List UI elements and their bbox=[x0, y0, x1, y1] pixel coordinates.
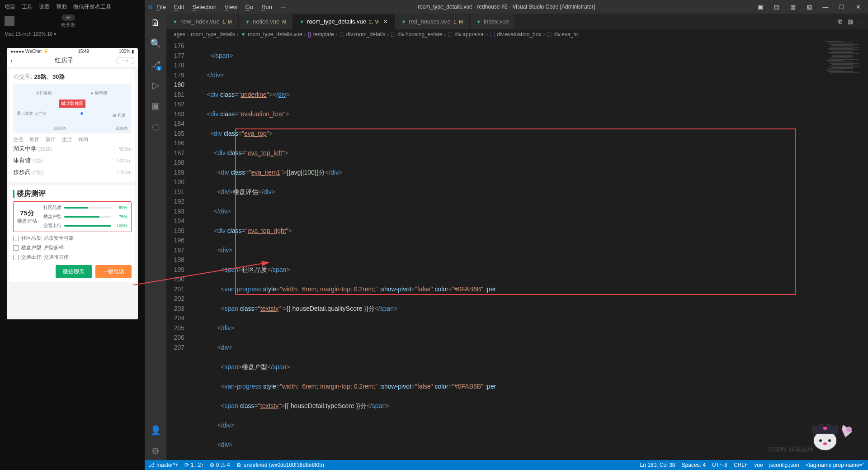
sb-undefined[interactable]: 🗎 undefined (wx0dc100f36d8e8f0b) bbox=[236, 462, 324, 468]
devtool-menu-help[interactable]: 帮助 bbox=[56, 3, 67, 11]
vscode-window: ⧈ File Edit Selection View Go Run ··· ro… bbox=[145, 39, 868, 470]
menu-run[interactable]: Run bbox=[258, 3, 276, 11]
devtool-menu-wx[interactable]: 微信开发者工具 bbox=[73, 3, 111, 11]
tab-red-houses[interactable]: ▼red_houses.vue 1, M bbox=[395, 14, 470, 29]
explorer-icon[interactable]: 🗎 bbox=[150, 17, 161, 28]
svg-point-5 bbox=[823, 427, 827, 430]
sb-position[interactable]: Ln 180, Col 38 bbox=[640, 462, 675, 468]
account-icon[interactable]: 👤 bbox=[150, 425, 161, 436]
tab-bar: ▼new_index.vue 1, M ▼notice.vue M ▼room_… bbox=[166, 14, 868, 29]
cat-edu[interactable]: 教育 bbox=[29, 136, 39, 143]
category-tabs: 交通 教育 医疗 生活 休闲 bbox=[13, 136, 132, 143]
maximize-icon[interactable]: ☐ bbox=[835, 4, 848, 10]
wechat-chat-button[interactable]: 微信聊天 bbox=[56, 265, 92, 278]
scm-icon[interactable]: ⎇5 bbox=[150, 59, 161, 70]
menu-selection[interactable]: Selection bbox=[189, 3, 220, 11]
sb-encoding[interactable]: UTF-8 bbox=[712, 462, 727, 468]
minimap[interactable] bbox=[823, 39, 868, 460]
map-location-dot bbox=[80, 111, 84, 116]
evaluation-box: 75分 楼盘评估 社区品质50分 楼盘户型75分 交通出行100分 bbox=[13, 201, 132, 232]
sb-sync[interactable]: ⟳ 1↓ 2↑ bbox=[184, 462, 203, 468]
avg-score: 75分 bbox=[17, 209, 37, 218]
tab-new-index[interactable]: ▼new_index.vue 1, M bbox=[166, 14, 239, 29]
svg-point-3 bbox=[828, 439, 831, 442]
line-gutter: 176177178179180 181182183184185 18618718… bbox=[166, 39, 191, 460]
editor-area: ▼new_index.vue 1, M ▼notice.vue M ▼room_… bbox=[166, 14, 868, 460]
split-icon[interactable]: ▥ bbox=[848, 18, 853, 25]
sb-spaces[interactable]: Spaces: 4 bbox=[682, 462, 706, 468]
section-title: 楼房测评 bbox=[13, 189, 132, 199]
activity-bar: 🗎 🔍 ⎇5 ▷ ▣ ◌ 👤 ⚙ bbox=[145, 14, 166, 460]
code-content[interactable]: </span> </div> <div class="underline"></… bbox=[191, 39, 823, 460]
poi-item: 步步高(2路)1480m bbox=[13, 166, 132, 178]
devtool-menu-settings[interactable]: 设置 bbox=[39, 3, 50, 11]
menu-edit[interactable]: Edit bbox=[170, 3, 188, 11]
settings-icon[interactable]: ⚙ bbox=[150, 446, 161, 456]
avatar[interactable] bbox=[5, 16, 14, 26]
back-icon[interactable]: ‹ bbox=[10, 57, 13, 64]
extensions-icon[interactable]: ▣ bbox=[150, 100, 161, 111]
copilot-icon[interactable]: ◌ bbox=[150, 121, 161, 132]
call-button[interactable]: 一键电话 bbox=[95, 265, 132, 278]
map-widget[interactable]: 城北碧桂园 水口蓝庭 ▲ 榆林园 通川北道 西广区 ⊞ 和道 观泉路 观泉路 bbox=[13, 84, 132, 133]
cloud-dev-button[interactable]: ⊖ 云开发 bbox=[61, 14, 75, 28]
page-title: 红房子 bbox=[55, 57, 74, 65]
cat-life[interactable]: 生活 bbox=[62, 136, 72, 143]
cat-traffic[interactable]: 交通 bbox=[13, 136, 23, 143]
cat-leisure[interactable]: 休闲 bbox=[78, 136, 88, 143]
minimize-icon[interactable]: — bbox=[819, 4, 832, 10]
layout-icon[interactable]: ▧ bbox=[803, 4, 816, 10]
layout-icon[interactable]: ▤ bbox=[770, 4, 783, 10]
vscode-menubar: ⧈ File Edit Selection View Go Run ··· ro… bbox=[145, 0, 868, 14]
kuromi-sticker bbox=[800, 416, 859, 456]
window-title: room_type_details.vue - redhouse-h5 - Vi… bbox=[418, 4, 595, 10]
menu-file[interactable]: File bbox=[153, 3, 170, 11]
poi-item: 体育馆(1路)1400m bbox=[13, 155, 132, 166]
status-bar: ⎇ master*+ ⟳ 1↓ 2↑ ⊘ 0 ⚠ 4 🗎 undefined (… bbox=[145, 460, 868, 470]
menu-view[interactable]: View bbox=[221, 3, 241, 11]
more-icon[interactable]: ··· bbox=[859, 18, 863, 25]
simulator-panel: ●●●●● WeChat ⚡ 15:49 100% ▮ ‹ 红房子 ··· ○ … bbox=[0, 39, 145, 470]
debug-icon[interactable]: ▷ bbox=[150, 80, 161, 90]
close-icon[interactable]: ✕ bbox=[383, 18, 388, 25]
devtool-menu-tool[interactable]: 工具 bbox=[22, 3, 33, 11]
simulator-device: ●●●●● WeChat ⚡ 15:49 100% ▮ ‹ 红房子 ··· ○ … bbox=[7, 48, 138, 319]
sb-lang[interactable]: vue bbox=[754, 462, 763, 468]
svg-point-4 bbox=[823, 442, 827, 445]
map-marker: 城北碧桂园 bbox=[59, 100, 85, 108]
sb-jsconfig[interactable]: jsconfig.json bbox=[769, 462, 799, 468]
svg-point-2 bbox=[819, 439, 822, 442]
layout-icon[interactable]: ▦ bbox=[787, 4, 799, 10]
code-editor[interactable]: 176177178179180 181182183184185 18618718… bbox=[166, 39, 868, 460]
tab-index[interactable]: ▼index.vue bbox=[470, 14, 516, 29]
devtool-menu-project[interactable]: 项目 bbox=[5, 3, 15, 11]
sim-statusbar: ●●●●● WeChat ⚡ 15:49 100% ▮ bbox=[7, 48, 138, 55]
menu-go[interactable]: Go bbox=[242, 3, 257, 11]
capsule-button[interactable]: ··· ○ bbox=[116, 57, 134, 64]
sb-problems[interactable]: ⊘ 0 ⚠ 4 bbox=[210, 462, 230, 468]
close-icon[interactable]: ✕ bbox=[852, 4, 864, 10]
breadcrumb[interactable]: ages› room_type_details› ▼ room_type_det… bbox=[166, 29, 868, 39]
compare-icon[interactable]: ⧉ bbox=[838, 18, 842, 25]
sb-eol[interactable]: CRLF bbox=[734, 462, 748, 468]
tab-room-type-details[interactable]: ▼room_type_details.vue 2, M✕ bbox=[293, 14, 395, 29]
sim-navbar: ‹ 红房子 ··· ○ bbox=[7, 55, 138, 66]
cloud-icon: ⊖ bbox=[66, 14, 70, 20]
search-icon[interactable]: 🔍 bbox=[150, 38, 161, 49]
poi-item: 湖天中学(31路)500m bbox=[13, 143, 132, 155]
menu-more[interactable]: ··· bbox=[277, 3, 289, 11]
sb-branch[interactable]: ⎇ master*+ bbox=[148, 462, 178, 468]
layout-icon[interactable]: ▣ bbox=[754, 4, 767, 10]
svg-point-6 bbox=[846, 427, 852, 432]
vscode-logo-icon: ⧈ bbox=[148, 3, 152, 10]
tab-notice[interactable]: ▼notice.vue M bbox=[239, 14, 293, 29]
sb-tag[interactable]: <tag-name prop-name=" bbox=[806, 462, 864, 468]
cat-med[interactable]: 医疗 bbox=[46, 136, 56, 143]
